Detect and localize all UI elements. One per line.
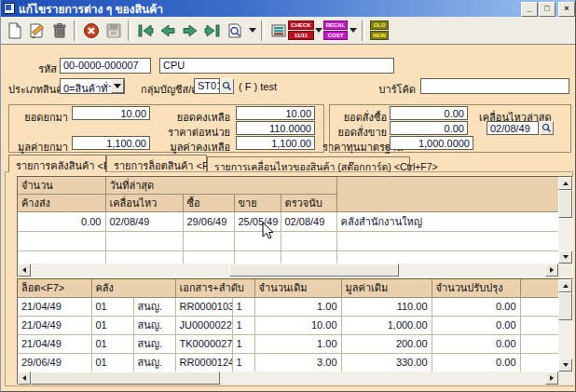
lot-grid: ล็อต<F7> คลัง เอกสาร+ลำดับ จำนวนเดิม มูล… bbox=[17, 278, 573, 385]
title-bar[interactable]: แก้ไขรายการต่าง ๆ ของสินค้า _ □ × bbox=[1, 0, 576, 17]
lot-vscrollbar[interactable] bbox=[558, 279, 572, 372]
warehouse-name-cell[interactable]: คลังสำนักงานใหญ่ bbox=[336, 212, 558, 232]
scrollbar-corner bbox=[558, 372, 572, 385]
scroll-up-button[interactable] bbox=[558, 177, 572, 190]
value-brought-forward-label: มูลค่ายกมา bbox=[10, 139, 68, 155]
recal-cost-button[interactable]: RECAL COST bbox=[324, 20, 347, 42]
table-row[interactable]: 21/04/4901สนญ.TK00000271 1.00200.000.00 bbox=[18, 334, 558, 353]
sale-order-qty-field[interactable]: 0.00 bbox=[390, 121, 468, 135]
arrow-up-icon bbox=[563, 284, 569, 288]
chevron-down-icon bbox=[249, 28, 256, 33]
product-code-input[interactable]: 00-0000-000007 bbox=[60, 58, 151, 74]
arrow-down-icon bbox=[563, 363, 569, 367]
scroll-up-button[interactable] bbox=[558, 279, 572, 292]
next-record-button[interactable] bbox=[179, 20, 201, 42]
delete-button[interactable] bbox=[48, 20, 71, 42]
toolbar-separator bbox=[128, 20, 131, 41]
table-row[interactable]: 21/04/4901สนญ.RR00001031 1.00110.000.00 bbox=[18, 297, 558, 316]
standard-cost-field[interactable]: 1,000.0000 bbox=[390, 136, 473, 150]
movement-header: เคลื่อนไหว bbox=[105, 195, 183, 212]
find-button[interactable] bbox=[224, 20, 246, 42]
sell-header: ขาย bbox=[234, 195, 281, 212]
qty-brought-forward-field[interactable]: 10.00 bbox=[72, 106, 150, 120]
warehouse-grid: จำนวน วันที่ล่าสุด ค้างส่ง เคลื่อนไหว ซื… bbox=[17, 176, 573, 277]
arrow-right-icon bbox=[550, 375, 554, 381]
tab-stock-card[interactable]: รายการเคลื่อนไหวของสินค้า (สต๊อกการ์ด) <… bbox=[207, 156, 410, 171]
hscroll-thumb[interactable] bbox=[31, 372, 220, 385]
scroll-right-button[interactable] bbox=[545, 264, 558, 277]
toolbar-separator bbox=[362, 20, 365, 41]
buy-cell[interactable]: 29/06/49 bbox=[183, 212, 234, 232]
warehouse-hscrollbar[interactable] bbox=[18, 264, 558, 277]
hscroll-thumb[interactable] bbox=[229, 264, 399, 277]
tab-lot-list[interactable]: รายการล็อตสินค้า <F7> bbox=[106, 155, 207, 171]
trash-icon bbox=[51, 22, 68, 39]
scroll-right-button[interactable] bbox=[545, 372, 558, 385]
chevron-down-icon bbox=[315, 28, 322, 33]
table-row[interactable]: 29/06/4901สนญ.RR00001241 3.00330.000.00 bbox=[18, 353, 558, 372]
edit-product-window: แก้ไขรายการต่าง ๆ ของสินค้า _ □ × bbox=[0, 0, 576, 392]
product-name-input[interactable]: CPU bbox=[159, 58, 394, 74]
edit-pencil-icon bbox=[29, 22, 46, 39]
account-group-input[interactable]: ST01 bbox=[194, 78, 220, 94]
qty-brought-forward-label: ยอดยกมา bbox=[10, 109, 68, 126]
account-group-lookup-button[interactable] bbox=[220, 78, 234, 94]
purchase-order-qty-field[interactable]: 0.00 bbox=[390, 106, 468, 120]
lot-hscrollbar[interactable] bbox=[18, 372, 558, 385]
last-record-button[interactable] bbox=[201, 20, 224, 42]
edit-button[interactable] bbox=[26, 20, 48, 42]
vscroll-thumb[interactable] bbox=[558, 190, 572, 218]
first-record-button[interactable] bbox=[134, 20, 157, 42]
next-record-icon bbox=[181, 23, 199, 38]
barcode-input[interactable] bbox=[420, 78, 569, 94]
table-row[interactable]: 21/04/4901สนญ.JU00000221 10.001,000.000.… bbox=[18, 316, 558, 334]
scroll-left-button[interactable] bbox=[18, 372, 31, 385]
scroll-left-button[interactable] bbox=[18, 264, 31, 277]
close-button[interactable]: × bbox=[558, 2, 575, 17]
chevron-down-icon bbox=[350, 28, 357, 33]
window-title: แก้ไขรายการต่าง ๆ ของสินค้า bbox=[19, 0, 163, 18]
last-movement-lookup-button[interactable] bbox=[540, 121, 554, 135]
recal-dropdown-button[interactable] bbox=[347, 20, 359, 42]
previous-record-button[interactable] bbox=[157, 20, 179, 42]
lot-table: ล็อต<F7> คลัง เอกสาร+ลำดับ จำนวนเดิม มูล… bbox=[18, 279, 559, 372]
vscroll-thumb[interactable] bbox=[558, 292, 572, 320]
unit-price-field[interactable]: 110.0000 bbox=[236, 121, 315, 135]
pending-cell[interactable]: 0.00 bbox=[18, 212, 105, 232]
arrow-left-icon bbox=[22, 267, 26, 273]
tab-warehouse-list[interactable]: รายการคลังสินค้า <F8> bbox=[8, 155, 106, 172]
old-new-button[interactable]: OLD NEW bbox=[368, 20, 391, 42]
product-type-dropdown-button[interactable] bbox=[111, 79, 124, 93]
value-on-hand-field[interactable]: 1,100.00 bbox=[236, 136, 315, 150]
notes-button[interactable] bbox=[267, 20, 290, 42]
check-stock-button[interactable]: CHECK 11/11 bbox=[290, 20, 312, 42]
maximize-button[interactable]: □ bbox=[539, 2, 555, 17]
minimize-button[interactable]: _ bbox=[521, 2, 538, 17]
cancel-button[interactable] bbox=[80, 20, 103, 42]
new-button[interactable] bbox=[4, 20, 26, 42]
recal-cost-icon: RECAL COST bbox=[323, 20, 349, 40]
empty-row[interactable] bbox=[18, 232, 558, 251]
orig-value-header: มูลค่าเดิม bbox=[341, 279, 432, 297]
find-dropdown-button[interactable] bbox=[246, 20, 258, 42]
qty-group-header: จำนวน bbox=[18, 177, 105, 195]
last-movement-date-input[interactable]: 02/08/49 bbox=[487, 121, 539, 135]
standard-cost-label: ราคาทุนมาตรฐาน bbox=[322, 139, 387, 155]
new-document-icon bbox=[7, 22, 23, 39]
table-row[interactable]: 0.00 02/08/49 29/06/49 25/05/49 02/08/49… bbox=[18, 212, 558, 232]
value-brought-forward-field[interactable]: 1,100.00 bbox=[72, 136, 150, 150]
movement-cell[interactable]: 02/08/49 bbox=[105, 212, 183, 232]
barcode-label: บาร์โค้ด bbox=[350, 81, 416, 98]
product-type-label: ประเภทสินค้า bbox=[8, 81, 57, 98]
toolbar-separator bbox=[261, 20, 265, 41]
save-floppy-icon bbox=[105, 22, 122, 39]
scroll-down-button[interactable] bbox=[558, 250, 572, 264]
lot-header: ล็อต<F7> bbox=[18, 279, 91, 297]
scroll-down-button[interactable] bbox=[558, 358, 572, 372]
save-button[interactable] bbox=[103, 20, 125, 42]
warehouse-header-row-1: จำนวน วันที่ล่าสุด bbox=[18, 177, 558, 195]
arrow-left-icon bbox=[22, 375, 26, 381]
count-cell[interactable]: 02/08/49 bbox=[281, 212, 336, 232]
qty-on-hand-field[interactable]: 10.00 bbox=[236, 106, 315, 120]
warehouse-vscrollbar[interactable] bbox=[558, 177, 572, 264]
